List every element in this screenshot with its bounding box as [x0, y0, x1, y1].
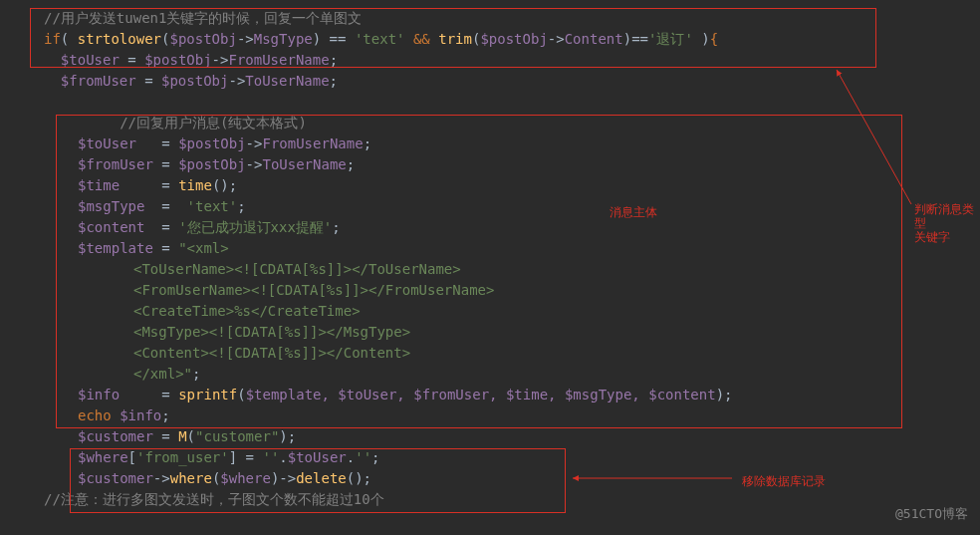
annotation-msg-body: 消息主体 [610, 204, 657, 221]
comment: //用户发送tuwen1关键字的时候，回复一个单图文 [44, 10, 362, 26]
code-editor[interactable]: //用户发送tuwen1关键字的时候，回复一个单图文 if( strtolowe… [0, 8, 980, 510]
annotation-remove-db: 移除数据库记录 [742, 473, 826, 490]
keyword-if: if [44, 31, 61, 47]
annotation-msg-type: 判断消息类型 关键字 [914, 202, 980, 244]
watermark: @51CTO博客 [895, 505, 968, 523]
